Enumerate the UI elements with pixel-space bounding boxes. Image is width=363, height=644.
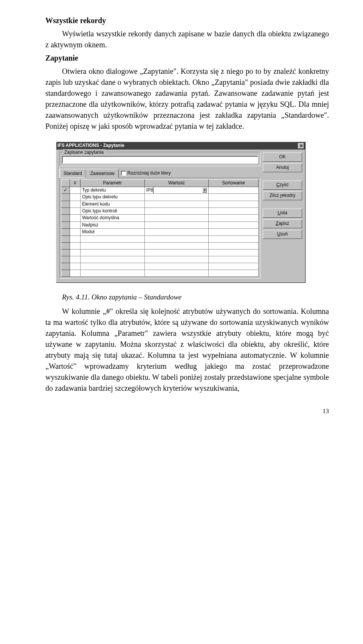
cell-value[interactable] (144, 229, 209, 235)
saved-queries-legend: Zapisane zapytania (63, 149, 105, 156)
chevron-down-icon[interactable]: ▼ (202, 187, 207, 193)
cell-hash[interactable] (70, 229, 80, 235)
cell-sort[interactable] (209, 215, 259, 221)
row-marker[interactable] (62, 207, 70, 214)
cell-value[interactable] (144, 235, 209, 242)
cell-param[interactable]: Element kodu (80, 201, 144, 207)
cell-hash[interactable] (70, 270, 80, 276)
cell-param[interactable]: Nadpisz (80, 221, 144, 228)
row-marker[interactable] (62, 194, 70, 201)
grid-header-row: # Parametr Wartość Sortowanie (62, 180, 259, 187)
cell-value[interactable] (144, 207, 209, 214)
cell-sort[interactable] (209, 235, 259, 242)
cell-sort[interactable] (209, 207, 259, 214)
ok-button[interactable]: OK (263, 153, 302, 162)
row-marker[interactable] (62, 221, 70, 228)
cell-value[interactable] (144, 221, 209, 228)
grid-header-sort[interactable]: Sortowanie (209, 180, 259, 187)
cell-param[interactable]: Opis typu kontroli (80, 207, 144, 214)
table-row (62, 256, 259, 263)
cell-value[interactable] (144, 201, 209, 207)
tab-strip: Standard Zaawansow Rozróżniaj duże liter… (59, 168, 261, 178)
saved-queries-fieldset: Zapisane zapytania (59, 152, 261, 166)
row-marker[interactable] (62, 215, 70, 221)
cell-hash[interactable] (70, 235, 80, 242)
row-marker[interactable] (62, 201, 70, 207)
cancel-button[interactable]: Anuluj (263, 163, 302, 172)
table-row: Opis typu dekretu (62, 194, 259, 201)
grid-header-param[interactable]: Parametr (80, 180, 144, 187)
cell-param[interactable] (80, 256, 144, 263)
cell-value[interactable] (144, 242, 209, 249)
dialog-title: IFS APPLICATIONS - Zapytanie (57, 142, 124, 149)
row-marker[interactable]: ✓ (62, 187, 70, 193)
cell-param[interactable]: Moduł (80, 229, 144, 235)
cell-value[interactable] (144, 270, 209, 276)
cell-sort[interactable] (209, 270, 259, 276)
cell-value[interactable] (144, 256, 209, 263)
cell-hash[interactable] (70, 194, 80, 201)
tab-advanced[interactable]: Zaawansow (86, 169, 119, 178)
cell-sort[interactable] (209, 229, 259, 235)
grid-header-value[interactable]: Wartość (144, 180, 209, 187)
saved-query-input[interactable] (62, 156, 258, 164)
cell-param[interactable] (80, 235, 144, 242)
cell-sort[interactable] (209, 263, 259, 270)
paragraph-columns: W kolumnie „#" określa się kolejność atr… (45, 306, 329, 394)
section-heading-query: Zapytanie (45, 53, 329, 64)
delete-button[interactable]: Usuń (263, 230, 302, 239)
row-marker[interactable] (62, 242, 70, 249)
cell-sort[interactable] (209, 194, 259, 201)
row-marker[interactable] (62, 249, 70, 256)
cell-value[interactable]: IP8▼ (144, 187, 209, 193)
cell-hash[interactable] (70, 249, 80, 256)
list-button[interactable]: Lista (263, 209, 302, 218)
dialog-button-column: OK Anuluj Czyść Zlicz rekodry Lista Zapi… (263, 152, 302, 279)
cell-hash[interactable] (70, 215, 80, 221)
cell-hash[interactable] (70, 221, 80, 228)
table-row (62, 263, 259, 270)
cell-value[interactable] (144, 194, 209, 201)
cell-param[interactable] (80, 242, 144, 249)
paragraph-records: Wyświetla wszystkie rekordy danych zapis… (45, 28, 329, 50)
close-icon[interactable]: ✕ (298, 143, 304, 149)
cell-hash[interactable] (70, 263, 80, 270)
cell-hash[interactable] (70, 256, 80, 263)
cell-hash[interactable] (70, 242, 80, 249)
clear-button[interactable]: Czyść (263, 181, 302, 190)
cell-param[interactable] (80, 249, 144, 256)
cell-param[interactable] (80, 270, 144, 276)
cell-value[interactable] (144, 249, 209, 256)
cell-value[interactable] (144, 215, 209, 221)
row-marker[interactable] (62, 229, 70, 235)
cell-sort[interactable] (209, 201, 259, 207)
cell-param[interactable]: Typ dekretu (80, 187, 144, 193)
row-marker[interactable] (62, 235, 70, 242)
grid-header-hash[interactable]: # (70, 180, 80, 187)
cell-sort[interactable] (209, 249, 259, 256)
cell-sort[interactable] (209, 187, 259, 193)
table-row: Moduł (62, 229, 259, 235)
checkbox-icon[interactable] (121, 171, 126, 176)
cell-hash[interactable] (70, 207, 80, 214)
cell-sort[interactable] (209, 242, 259, 249)
cell-hash[interactable] (70, 187, 80, 193)
save-button[interactable]: Zapisz (263, 219, 302, 228)
row-marker[interactable] (62, 256, 70, 263)
cell-sort[interactable] (209, 221, 259, 228)
cell-param[interactable] (80, 263, 144, 270)
tab-standard[interactable]: Standard (59, 169, 86, 178)
cell-sort[interactable] (209, 256, 259, 263)
cell-param[interactable]: Wartość domyślna (80, 215, 144, 221)
count-button[interactable]: Zlicz rekodry (263, 191, 302, 200)
table-row (62, 235, 259, 242)
case-sensitive-label: Rozróżniaj duże litery (127, 170, 171, 176)
row-marker[interactable] (62, 263, 70, 270)
row-marker[interactable] (62, 270, 70, 276)
table-row: Element kodu (62, 201, 259, 207)
cell-hash[interactable] (70, 201, 80, 207)
cell-value[interactable] (144, 263, 209, 270)
case-sensitive-option[interactable]: Rozróżniaj duże litery (121, 170, 171, 176)
cell-param[interactable]: Opis typu dekretu (80, 194, 144, 201)
table-row: Opis typu kontroli (62, 207, 259, 214)
